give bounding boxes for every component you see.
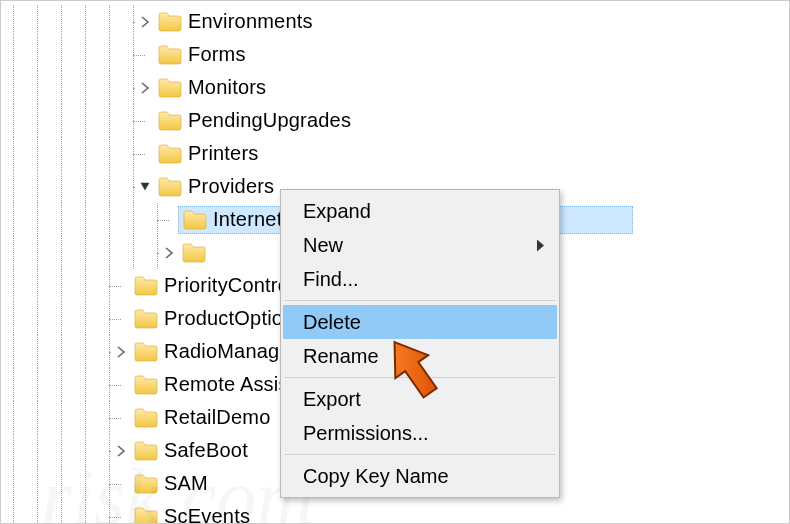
tree-spacer [112, 310, 130, 328]
tree-spacer [112, 277, 130, 295]
menu-item-expand[interactable]: Expand [283, 194, 557, 228]
folder-icon [158, 110, 182, 132]
menu-item-copy-key-name[interactable]: Copy Key Name [283, 459, 557, 493]
tree-item-label: ScEvents [164, 505, 250, 524]
tree-spacer [112, 475, 130, 493]
menu-item-label: Export [303, 388, 361, 411]
folder-icon [134, 308, 158, 330]
tree-item-label: Monitors [188, 76, 266, 99]
folder-icon [134, 407, 158, 429]
folder-icon [134, 473, 158, 495]
submenu-arrow-icon [537, 234, 545, 257]
folder-icon [158, 11, 182, 33]
tree-spacer [112, 376, 130, 394]
menu-item-label: Delete [303, 311, 361, 334]
tree-spacer [136, 46, 154, 64]
folder-icon [158, 44, 182, 66]
tree-item[interactable]: Printers [1, 137, 789, 170]
folder-icon [134, 341, 158, 363]
folder-icon [134, 275, 158, 297]
folder-icon [134, 440, 158, 462]
menu-item-label: Rename [303, 345, 379, 368]
menu-item-label: Permissions... [303, 422, 429, 445]
tree-item-label: SAM [164, 472, 208, 495]
chevron-right-icon[interactable] [160, 244, 178, 262]
menu-item-new[interactable]: New [283, 228, 557, 262]
folder-icon [134, 506, 158, 525]
menu-item-find[interactable]: Find... [283, 262, 557, 296]
pointer-arrow-annotation [381, 331, 451, 411]
tree-spacer [136, 145, 154, 163]
tree-item-label: Printers [188, 142, 259, 165]
folder-icon [183, 209, 207, 231]
folder-icon [158, 143, 182, 165]
tree-spacer [112, 508, 130, 525]
menu-item-label: Expand [303, 200, 371, 223]
menu-item-label: Copy Key Name [303, 465, 449, 488]
tree-item[interactable]: Monitors [1, 71, 789, 104]
menu-separator [285, 454, 555, 455]
menu-item-label: New [303, 234, 343, 257]
tree-item[interactable]: ScEvents [1, 500, 789, 524]
menu-item-permissions[interactable]: Permissions... [283, 416, 557, 450]
tree-item-label: Providers [188, 175, 274, 198]
chevron-down-icon[interactable] [136, 178, 154, 196]
folder-icon [158, 77, 182, 99]
folder-icon [134, 374, 158, 396]
chevron-right-icon[interactable] [136, 79, 154, 97]
chevron-right-icon[interactable] [112, 343, 130, 361]
chevron-right-icon[interactable] [112, 442, 130, 460]
folder-icon [182, 242, 206, 264]
tree-item-label: PriorityControl [164, 274, 294, 297]
menu-item-label: Find... [303, 268, 359, 291]
tree-item-label: SafeBoot [164, 439, 248, 462]
tree-spacer [136, 112, 154, 130]
tree-item[interactable]: Forms [1, 38, 789, 71]
tree-item-label: PendingUpgrades [188, 109, 351, 132]
tree-item-label: Forms [188, 43, 246, 66]
tree-spacer [112, 409, 130, 427]
folder-icon [158, 176, 182, 198]
tree-item[interactable]: PendingUpgrades [1, 104, 789, 137]
tree-item[interactable]: Environments [1, 5, 789, 38]
tree-item-label: Environments [188, 10, 313, 33]
tree-spacer [160, 211, 178, 229]
menu-separator [285, 300, 555, 301]
tree-item-label: RetailDemo [164, 406, 270, 429]
chevron-right-icon[interactable] [136, 13, 154, 31]
